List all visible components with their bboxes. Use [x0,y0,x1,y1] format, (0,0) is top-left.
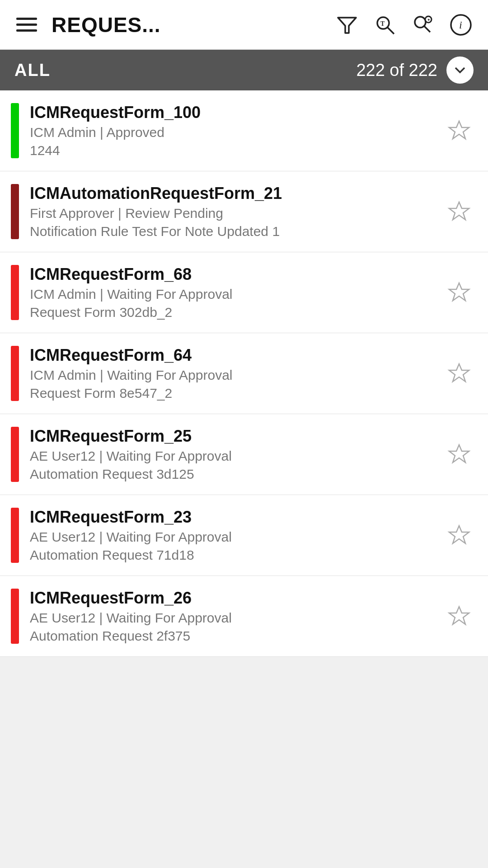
list-item[interactable]: ICMRequestForm_100 ICM Admin | Approved … [0,90,488,171]
item-subtitle: ICM Admin | Approved [30,125,443,140]
hamburger-menu-button[interactable] [13,14,41,35]
list-item[interactable]: ICMAutomationRequestForm_21 First Approv… [0,171,488,252]
item-content: ICMRequestForm_100 ICM Admin | Approved … [30,103,443,158]
svg-marker-14 [449,445,469,462]
item-title: ICMRequestForm_100 [30,103,443,122]
list-item[interactable]: ICMRequestForm_68 ICM Admin | Waiting Fo… [0,252,488,333]
item-title: ICMRequestForm_64 [30,346,443,365]
item-content: ICMRequestForm_23 AE User12 | Waiting Fo… [30,508,443,563]
favorite-button[interactable] [443,114,475,147]
item-subtitle: AE User12 | Waiting For Approval [30,448,443,464]
list-item[interactable]: ICMRequestForm_64 ICM Admin | Waiting Fo… [0,333,488,414]
svg-marker-13 [449,364,469,382]
favorite-button[interactable] [443,519,475,552]
filter-button[interactable] [333,10,361,39]
status-indicator [11,427,19,482]
svg-marker-0 [338,18,356,33]
item-title: ICMRequestForm_25 [30,427,443,446]
item-subtitle: ICM Admin | Waiting For Approval [30,287,443,302]
item-content: ICMRequestForm_64 ICM Admin | Waiting Fo… [30,346,443,401]
item-subtitle: ICM Admin | Waiting For Approval [30,368,443,383]
svg-marker-15 [449,526,469,543]
item-detail: Automation Request 2f375 [30,628,443,644]
header: REQUES... T ✦ [0,0,488,50]
favorite-button[interactable] [443,600,475,632]
list-item[interactable]: ICMRequestForm_25 AE User12 | Waiting Fo… [0,414,488,495]
svg-line-2 [387,27,394,34]
item-detail: 1244 [30,143,443,158]
filter-count-text: 222 of 222 [356,61,437,80]
favorite-button[interactable] [443,195,475,228]
item-title: ICMAutomationRequestForm_21 [30,184,443,203]
info-button[interactable]: i [446,10,475,39]
svg-line-5 [424,26,430,32]
item-content: ICMRequestForm_25 AE User12 | Waiting Fo… [30,427,443,482]
item-title: ICMRequestForm_68 [30,265,443,284]
item-content: ICMRequestForm_26 AE User12 | Waiting Fo… [30,589,443,644]
item-detail: Request Form 302db_2 [30,305,443,320]
item-detail: Automation Request 71d18 [30,547,443,563]
item-title: ICMRequestForm_23 [30,508,443,527]
svg-marker-11 [449,202,469,220]
status-indicator [11,184,19,239]
request-list: ICMRequestForm_100 ICM Admin | Approved … [0,90,488,657]
filter-dropdown-button[interactable] [446,57,474,84]
status-indicator [11,265,19,320]
page-title: REQUES... [52,13,333,37]
favorite-button[interactable] [443,276,475,309]
status-indicator [11,346,19,401]
item-detail: Notification Rule Test For Note Updated … [30,224,443,239]
svg-marker-10 [449,121,469,139]
search-button[interactable]: T [371,10,399,39]
item-content: ICMAutomationRequestForm_21 First Approv… [30,184,443,239]
user-search-button[interactable]: ✦ [408,10,437,39]
item-title: ICMRequestForm_26 [30,589,443,608]
status-indicator [11,508,19,563]
status-indicator [11,103,19,158]
filter-label: ALL [14,61,51,80]
favorite-button[interactable] [443,438,475,471]
svg-text:✦: ✦ [427,18,431,22]
header-icons: T ✦ i [333,10,475,39]
filter-bar: ALL 222 of 222 [0,50,488,90]
filter-count-group: 222 of 222 [356,57,474,84]
status-indicator [11,589,19,644]
item-subtitle: First Approver | Review Pending [30,206,443,221]
svg-text:T: T [380,20,385,27]
list-item[interactable]: ICMRequestForm_23 AE User12 | Waiting Fo… [0,495,488,576]
list-item[interactable]: ICMRequestForm_26 AE User12 | Waiting Fo… [0,576,488,657]
svg-text:i: i [459,19,462,31]
item-subtitle: AE User12 | Waiting For Approval [30,610,443,626]
item-detail: Automation Request 3d125 [30,467,443,482]
svg-marker-12 [449,283,469,301]
favorite-button[interactable] [443,357,475,390]
item-content: ICMRequestForm_68 ICM Admin | Waiting Fo… [30,265,443,320]
item-subtitle: AE User12 | Waiting For Approval [30,529,443,545]
item-detail: Request Form 8e547_2 [30,386,443,401]
svg-marker-16 [449,607,469,624]
